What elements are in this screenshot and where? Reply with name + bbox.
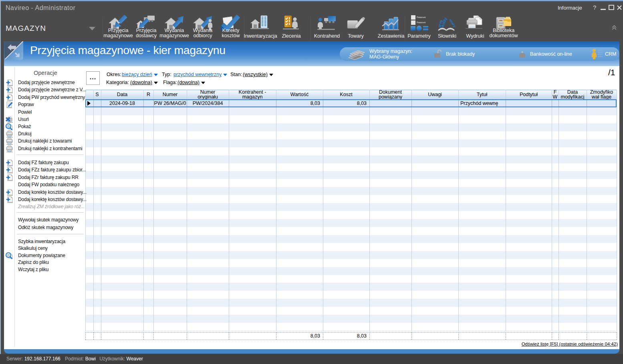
- svg-text:kody: kody: [440, 16, 448, 27]
- svg-text:Parametr: Parametr: [417, 16, 426, 18]
- svg-text:?: ?: [593, 4, 596, 11]
- svg-text:miary: miary: [448, 18, 457, 28]
- svg-text:Parametr: Parametr: [417, 21, 426, 24]
